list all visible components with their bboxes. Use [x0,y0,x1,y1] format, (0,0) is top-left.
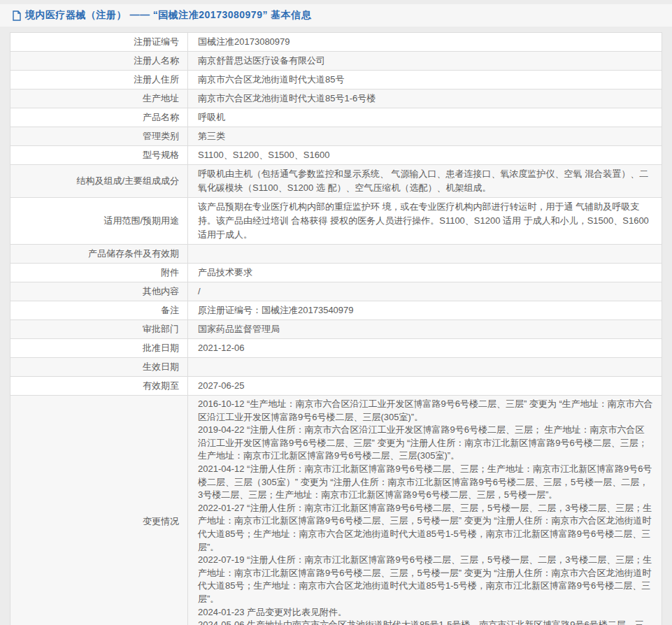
row-label: 注册人住所 [10,71,188,89]
row-value: 南京市六合区龙池街道时代大道85号1-6号楼 [188,89,662,108]
row-value: 国械注准20173080979 [188,33,662,52]
table-row: 注册人住所南京市六合区龙池街道时代大道85号 [10,71,662,89]
table-row: 审批部门国家药品监督管理局 [10,320,662,339]
row-label: 生效日期 [10,358,188,377]
row-label: 附件 [10,264,188,282]
change-record: 2022-01-27 “注册人住所：南京市江北新区博富路9号6号楼二层、三层，5… [198,502,653,554]
table-row: 结构及组成/主要组成成分呼吸机由主机（包括通气参数监控和显示系统、 气源输入口、… [10,165,662,198]
table-row: 变更情况2016-10-12 “生产地址：南京市六合区沿江工业开发区博富路9号6… [10,396,662,625]
table-row: 备注原注册证编号：国械注准20173540979 [10,301,662,320]
table-row: 适用范围/预期用途该产品预期在专业医疗机构内部的重症监护环 境，或在专业医疗机构… [10,198,662,245]
table-row: 型号规格S1100、S1200、S1500、S1600 [10,146,662,165]
row-value: 产品技术要求 [188,264,662,282]
row-value: 国家药品监督管理局 [188,320,662,339]
row-value: / [188,282,662,301]
document-icon [12,10,22,21]
table-row: 其他内容/ [10,282,662,301]
page-title: 境内医疗器械（注册） —— “国械注准20173080979” 基本信息 [25,9,311,22]
row-value: 第三类 [188,127,662,146]
page-header: 境内医疗器械（注册） —— “国械注准20173080979” 基本信息 [0,4,672,27]
row-value: 2021-12-06 [188,339,662,358]
row-label: 有效期至 [10,377,188,396]
row-label: 批准日期 [10,339,188,358]
row-label: 变更情况 [10,396,188,625]
row-label: 适用范围/预期用途 [10,198,188,245]
row-value: 2027-06-25 [188,377,662,396]
row-value: 呼吸机由主机（包括通气参数监控和显示系统、 气源输入口、患者连接口、氧浓度监护仪… [188,165,662,198]
table-row: 生效日期 [10,358,662,377]
row-label: 注册人名称 [10,52,188,71]
row-value [188,245,662,264]
row-label: 审批部门 [10,320,188,339]
table-row: 有效期至2027-06-25 [10,377,662,396]
row-value: 该产品预期在专业医疗机构内部的重症监护环 境，或在专业医疗机构内部进行转运时，用… [188,198,662,245]
row-value: 2016-10-12 “生产地址：南京市六合区沿江工业开发区博富路9号6号楼二层… [188,396,662,625]
row-label: 产品名称 [10,108,188,127]
row-value: 原注册证编号：国械注准20173540979 [188,301,662,320]
row-label: 管理类别 [10,127,188,146]
row-label: 备注 [10,301,188,320]
row-label: 其他内容 [10,282,188,301]
table-row: 产品名称呼吸机 [10,108,662,127]
change-record: 2024-01-23 产品变更对比表见附件。 [198,606,653,619]
change-record: 2019-04-22 “注册人住所：南京市六合区沿江工业开发区博富路9号6号楼二… [198,424,653,463]
page: 境内医疗器械（注册） —— “国械注准20173080979” 基本信息 注册证… [0,0,672,625]
row-label: 结构及组成/主要组成成分 [10,165,188,198]
row-label: 生产地址 [10,89,188,108]
row-value: 南京舒普思达医疗设备有限公司 [188,52,662,71]
row-value: S1100、S1200、S1500、S1600 [188,146,662,165]
registration-info-table: 注册证编号国械注准20173080979注册人名称南京舒普思达医疗设备有限公司注… [10,32,662,625]
row-label: 注册证编号 [10,33,188,52]
table-row: 产品储存条件及有效期 [10,245,662,264]
table-row: 批准日期2021-12-06 [10,339,662,358]
row-label: 型号规格 [10,146,188,165]
table-row: 生产地址南京市六合区龙池街道时代大道85号1-6号楼 [10,89,662,108]
change-record: 2021-04-12 “注册人住所：南京市江北新区博富路9号6号楼二层、三层；生… [198,463,653,502]
row-label: 产品储存条件及有效期 [10,245,188,264]
change-record: 2024-05-06 生产地址由南京市六合区龙池街道时代大道85号1-5号楼，南… [198,619,653,625]
row-value: 呼吸机 [188,108,662,127]
table-row: 注册人名称南京舒普思达医疗设备有限公司 [10,52,662,71]
row-value: 南京市六合区龙池街道时代大道85号 [188,71,662,89]
table-row: 注册证编号国械注准20173080979 [10,33,662,52]
row-value [188,358,662,377]
table-row: 附件产品技术要求 [10,264,662,282]
change-record: 2022-07-19 “注册人住所：南京市江北新区博富路9号6号楼二层、三层，5… [198,554,653,605]
change-record: 2016-10-12 “生产地址：南京市六合区沿江工业开发区博富路9号6号楼二层… [198,398,653,424]
table-row: 管理类别第三类 [10,127,662,146]
